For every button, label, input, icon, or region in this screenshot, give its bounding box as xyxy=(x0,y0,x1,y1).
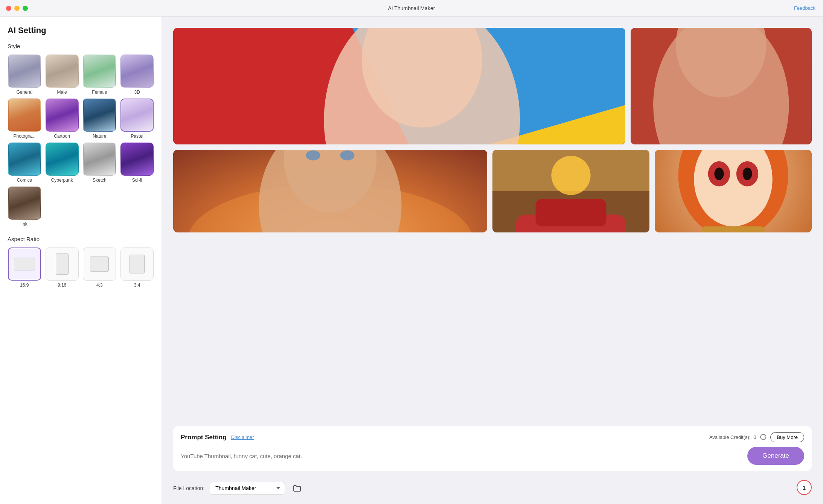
prompt-input[interactable] xyxy=(181,453,741,459)
disclaimer-link[interactable]: Disclaimer xyxy=(231,434,254,440)
credits-label: Available Credit(s): 0 xyxy=(709,434,756,440)
svg-point-32 xyxy=(714,167,724,180)
folder-icon-button[interactable] xyxy=(290,481,304,495)
aspect-box-4-3 xyxy=(83,247,116,281)
style-name-cartoon: Cartoon xyxy=(54,134,70,139)
style-name-nature: Nature xyxy=(93,134,106,139)
gallery-row-bottom xyxy=(173,150,812,232)
aspect-inner-4-3 xyxy=(90,257,109,272)
style-name-3d: 3D xyxy=(134,90,140,95)
svg-rect-34 xyxy=(702,226,765,232)
prompt-header: Prompt Setting Disclaimer Available Cred… xyxy=(181,432,804,442)
aspect-name-16-9: 16:9 xyxy=(20,282,29,288)
minimize-button[interactable] xyxy=(14,6,20,11)
style-thumb-female xyxy=(83,55,116,88)
notification-badge[interactable]: 1 xyxy=(797,480,812,495)
gallery-image-5[interactable] xyxy=(655,150,812,232)
style-name-ink: Ink xyxy=(21,222,27,227)
style-thumb-general xyxy=(8,55,41,88)
aspect-grid: 16:9 9:16 4:3 xyxy=(8,247,154,288)
svg-point-14 xyxy=(340,150,355,161)
style-item-ink[interactable]: Ink xyxy=(8,187,41,227)
style-thumb-sketch xyxy=(83,143,116,176)
aspect-ratio-section: Aspect Ratio 16:9 9:16 xyxy=(8,236,154,288)
style-name-comics: Comics xyxy=(17,178,32,183)
style-item-pastel[interactable]: Pastel xyxy=(120,99,154,139)
style-item-nature[interactable]: Nature xyxy=(83,99,117,139)
style-item-male[interactable]: Male xyxy=(45,55,79,95)
style-item-cyberpunk[interactable]: Cyberpunk xyxy=(45,143,79,183)
refresh-icon[interactable] xyxy=(760,434,767,441)
style-name-sketch: Sketch xyxy=(93,178,107,183)
svg-rect-20 xyxy=(536,199,607,226)
sidebar-title: AI Setting xyxy=(8,26,154,35)
maximize-button[interactable] xyxy=(23,6,28,11)
style-item-3d[interactable]: 3D xyxy=(120,55,154,95)
aspect-name-3-4: 3:4 xyxy=(134,282,140,288)
window-controls xyxy=(6,6,28,11)
style-name-male: Male xyxy=(57,90,67,95)
style-item-scifi[interactable]: Sci-fi xyxy=(120,143,154,183)
prompt-input-row: Generate xyxy=(181,447,804,465)
svg-point-18 xyxy=(551,156,590,195)
gallery-image-2[interactable] xyxy=(631,28,812,144)
aspect-item-3-4[interactable]: 3:4 xyxy=(120,247,154,288)
style-thumb-photo xyxy=(8,99,41,132)
gallery-image-1[interactable] xyxy=(173,28,625,144)
style-name-female: Female xyxy=(92,90,107,95)
style-thumb-comics xyxy=(8,143,41,176)
style-thumb-ink xyxy=(8,187,41,220)
style-name-cyberpunk: Cyberpunk xyxy=(51,178,73,183)
style-item-cartoon[interactable]: Cartoon xyxy=(45,99,79,139)
style-thumb-3d xyxy=(120,55,154,88)
credits-area: Available Credit(s): 0 Buy More xyxy=(709,432,804,442)
svg-point-13 xyxy=(306,150,320,161)
titlebar: AI Thumbnail Maker Feedback xyxy=(0,0,823,17)
style-thumb-scifi xyxy=(120,143,154,176)
style-thumb-nature xyxy=(83,99,116,132)
gallery-image-4[interactable] xyxy=(492,150,649,232)
feedback-link[interactable]: Feedback xyxy=(794,5,815,11)
style-thumb-male xyxy=(46,55,79,88)
aspect-box-3-4 xyxy=(120,247,154,281)
style-item-general[interactable]: General xyxy=(8,55,41,95)
aspect-name-4-3: 4:3 xyxy=(96,282,103,288)
buy-more-button[interactable]: Buy More xyxy=(770,432,804,442)
app-title: AI Thumbnail Maker xyxy=(388,5,435,11)
aspect-box-16-9 xyxy=(8,247,41,281)
style-section-label: Style xyxy=(8,43,154,49)
style-item-sketch[interactable]: Sketch xyxy=(83,143,117,183)
aspect-item-9-16[interactable]: 9:16 xyxy=(45,247,79,288)
image-gallery xyxy=(173,28,812,419)
file-location-select[interactable]: Thumbnail Maker Desktop Documents Downlo… xyxy=(210,482,285,495)
style-thumb-pastel xyxy=(120,99,154,132)
style-thumb-cartoon xyxy=(46,99,79,132)
style-name-general: General xyxy=(17,90,33,95)
gallery-row-top xyxy=(173,28,812,144)
style-item-photo[interactable]: Photogra... xyxy=(8,99,41,139)
aspect-item-4-3[interactable]: 4:3 xyxy=(83,247,117,288)
main-layout: AI Setting Style General Male Female 3D xyxy=(0,17,823,504)
aspect-ratio-label: Aspect Ratio xyxy=(8,236,154,242)
style-thumb-cyberpunk xyxy=(46,143,79,176)
gallery-image-3[interactable] xyxy=(173,150,487,232)
generate-button[interactable]: Generate xyxy=(747,447,804,465)
style-grid: General Male Female 3D Photogra... xyxy=(8,55,154,227)
style-name-scifi: Sci-fi xyxy=(132,178,142,183)
style-item-female[interactable]: Female xyxy=(83,55,117,95)
file-location-label: File Location: xyxy=(173,485,204,491)
style-item-comics[interactable]: Comics xyxy=(8,143,41,183)
aspect-box-9-16 xyxy=(46,247,79,281)
aspect-inner-16-9 xyxy=(14,258,35,270)
style-name-pastel: Pastel xyxy=(131,134,143,139)
svg-point-33 xyxy=(743,167,752,180)
style-name-photo: Photogra... xyxy=(14,134,36,139)
close-button[interactable] xyxy=(6,6,11,11)
prompt-title: Prompt Setting xyxy=(181,434,227,441)
prompt-section: Prompt Setting Disclaimer Available Cred… xyxy=(173,426,812,471)
aspect-name-9-16: 9:16 xyxy=(58,282,66,288)
sidebar: AI Setting Style General Male Female 3D xyxy=(0,17,162,504)
aspect-inner-3-4 xyxy=(130,255,145,273)
aspect-item-16-9[interactable]: 16:9 xyxy=(8,247,41,288)
aspect-inner-9-16 xyxy=(56,254,69,275)
